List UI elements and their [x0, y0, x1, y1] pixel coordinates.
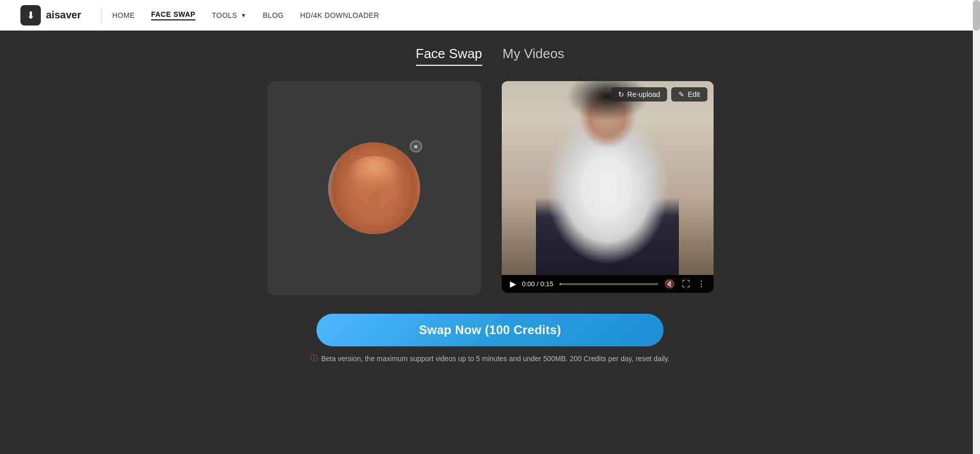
- fullscreen-icon[interactable]: ⛶: [682, 280, 690, 289]
- video-thumbnail: [502, 81, 714, 275]
- progress-bar[interactable]: [559, 283, 658, 285]
- play-icon: ▶: [510, 279, 516, 289]
- tab-my-videos[interactable]: My Videos: [503, 46, 565, 66]
- tabs-bar: Face Swap My Videos: [107, 46, 873, 66]
- mute-icon[interactable]: 🔇: [665, 279, 675, 289]
- logo-icon: ⬇: [20, 5, 41, 26]
- face-avatar-image: [328, 142, 420, 234]
- video-person-silhouette: [536, 81, 679, 275]
- edit-icon: ✎: [678, 90, 684, 98]
- main-content: Face Swap My Videos × ↻ Re-upload: [0, 31, 980, 454]
- scrollbar[interactable]: [973, 0, 980, 454]
- face-avatar: [328, 142, 420, 234]
- more-options-icon[interactable]: ⋮: [697, 279, 705, 289]
- main-nav: HOME FACE SWAP TOOLS ▼ BLOG HD/4K DOWNLO…: [112, 10, 379, 20]
- beta-notice-text: Beta version, the maximum support videos…: [321, 355, 670, 363]
- swap-now-button[interactable]: Swap Now (100 Credits): [316, 314, 664, 346]
- content-grid: × ↻ Re-upload ✎ Edit: [107, 81, 873, 295]
- time-display: 0:00 / 0:15: [522, 280, 553, 288]
- reupload-icon: ↻: [618, 90, 624, 98]
- video-controls: ▶ 0:00 / 0:15 🔇 ⛶ ⋮: [502, 275, 714, 293]
- dropdown-arrow-icon: ▼: [241, 12, 247, 18]
- video-top-bar: ↻ Re-upload ✎ Edit: [611, 87, 707, 102]
- logo[interactable]: ⬇ aisaver: [20, 5, 81, 26]
- logo-text: aisaver: [46, 9, 81, 21]
- swap-section: Swap Now (100 Credits) ⓘ Beta version, t…: [107, 314, 873, 363]
- nav-home[interactable]: HOME: [112, 11, 135, 19]
- edit-button[interactable]: ✎ Edit: [671, 87, 707, 102]
- video-controls-right: 🔇 ⛶ ⋮: [665, 279, 705, 289]
- remove-face-button[interactable]: ×: [410, 140, 422, 153]
- video-panel: ↻ Re-upload ✎ Edit ▶ 0:00 / 0:15: [502, 81, 714, 293]
- tab-face-swap[interactable]: Face Swap: [416, 46, 482, 66]
- face-upload-panel[interactable]: ×: [267, 81, 481, 295]
- info-icon: ⓘ: [310, 354, 318, 363]
- play-button[interactable]: ▶: [510, 279, 516, 289]
- reupload-button[interactable]: ↻ Re-upload: [611, 87, 668, 102]
- beta-notice: ⓘ Beta version, the maximum support vide…: [310, 354, 670, 363]
- nav-blog[interactable]: BLOG: [263, 11, 284, 19]
- nav-face-swap[interactable]: FACE SWAP: [151, 10, 195, 20]
- header: ⬇ aisaver HOME FACE SWAP TOOLS ▼ BLOG HD…: [0, 0, 980, 31]
- nav-hd-downloader[interactable]: HD/4K DOWNLOADER: [300, 11, 379, 19]
- face-circle-container: ×: [328, 142, 420, 234]
- nav-tools[interactable]: TOOLS ▼: [212, 11, 247, 19]
- scrollbar-thumb[interactable]: [973, 0, 980, 31]
- header-divider: [102, 8, 102, 23]
- progress-bar-fill: [559, 283, 561, 285]
